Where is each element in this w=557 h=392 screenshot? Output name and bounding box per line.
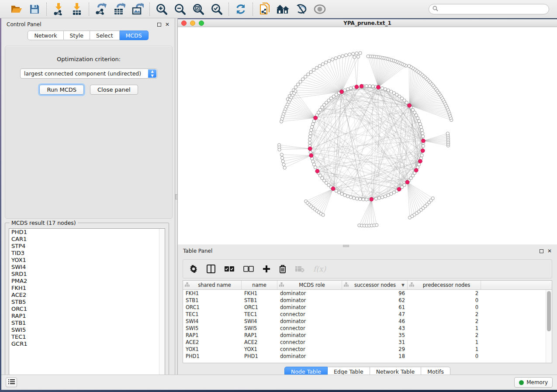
open-file-button[interactable]	[10, 3, 22, 15]
graph-node[interactable]	[338, 55, 341, 58]
graph-node[interactable]	[309, 71, 312, 74]
deselect-all-columns-icon[interactable]	[243, 266, 254, 272]
task-history-button[interactable]	[6, 378, 17, 387]
search-input[interactable]	[440, 6, 545, 12]
graph-node[interactable]	[343, 194, 346, 197]
graph-node[interactable]	[331, 58, 334, 61]
graph-hub-node[interactable]	[355, 85, 359, 89]
search-field[interactable]	[429, 4, 549, 14]
result-node-item[interactable]: YOX1	[9, 257, 165, 264]
run-mcds-button[interactable]: Run MCDS	[39, 85, 84, 95]
graph-node[interactable]	[381, 87, 384, 90]
graph-node[interactable]	[294, 86, 297, 89]
graph-node[interactable]	[419, 125, 422, 128]
close-panel-icon[interactable]: ✕	[547, 249, 552, 253]
graph-node[interactable]	[283, 166, 286, 169]
zoom-selected-button[interactable]	[211, 3, 223, 15]
graph-hub-node[interactable]	[419, 159, 422, 163]
graph-node[interactable]	[304, 75, 307, 78]
column-header-name[interactable]: name	[242, 281, 277, 289]
table-row[interactable]: ACE2ACE2connector311	[183, 339, 546, 346]
zoom-fit-button[interactable]	[192, 3, 204, 15]
column-header-MCDS-role[interactable]: MCDS role	[277, 281, 342, 289]
graph-node[interactable]	[308, 141, 311, 144]
table-row[interactable]: FKH1FKH1dominator962	[183, 290, 546, 297]
result-node-item[interactable]: STP4	[9, 243, 165, 250]
graph-node[interactable]	[346, 195, 349, 198]
graph-node[interactable]	[418, 120, 421, 123]
result-node-item[interactable]: RAP1	[9, 313, 165, 320]
graph-node[interactable]	[403, 183, 406, 186]
graph-node[interactable]	[322, 213, 325, 217]
result-node-item[interactable]: CAR1	[9, 236, 165, 243]
graph-hub-node[interactable]	[308, 147, 312, 151]
table-row[interactable]: SWI4SWI4dominator462	[183, 318, 546, 325]
table-row[interactable]: STB1STB1dominator620	[183, 297, 546, 304]
graph-node[interactable]	[352, 52, 355, 55]
table-row[interactable]: RAP1RAP1dominator352	[183, 332, 546, 339]
clone-network-button[interactable]	[259, 3, 271, 15]
graph-node[interactable]	[345, 54, 348, 57]
table-row[interactable]: PHD1PHD1dominator180	[183, 353, 546, 360]
graph-hub-node[interactable]	[397, 187, 401, 191]
mcds-result-list[interactable]: PHD1CAR1STP4TID3YOX1SWI4SRD1PMA2FKH1ACE2…	[9, 228, 165, 381]
memory-button[interactable]: Memory	[514, 377, 553, 388]
export-table-button[interactable]	[113, 3, 125, 15]
table-row[interactable]: ORC1ORC1dominator610	[183, 304, 546, 311]
graph-hub-node[interactable]	[331, 187, 335, 191]
graph-node[interactable]	[278, 148, 281, 151]
graph-node[interactable]	[349, 196, 352, 199]
graph-node[interactable]	[328, 59, 331, 62]
graph-node[interactable]	[311, 123, 315, 126]
graph-node[interactable]	[387, 89, 390, 92]
graph-node[interactable]	[377, 196, 381, 199]
graph-node[interactable]	[318, 65, 321, 68]
graph-node[interactable]	[359, 198, 362, 201]
graph-node[interactable]	[321, 62, 324, 65]
graph-hub-node[interactable]	[422, 139, 426, 143]
graph-hub-node[interactable]	[314, 116, 318, 120]
graph-node[interactable]	[371, 85, 374, 88]
graph-node[interactable]	[384, 88, 387, 91]
graph-node[interactable]	[431, 197, 434, 200]
graph-node[interactable]	[282, 163, 285, 166]
tab-style[interactable]: Style	[64, 31, 90, 40]
graph-node[interactable]	[280, 120, 283, 123]
graph-node[interactable]	[368, 85, 371, 88]
graph-node[interactable]	[355, 52, 358, 55]
column-header-successor-nodes[interactable]: successor nodes▼	[342, 281, 408, 289]
first-neighbors-button[interactable]	[277, 3, 289, 15]
graph-node[interactable]	[315, 66, 318, 69]
result-node-item[interactable]: STB5	[9, 299, 165, 306]
graph-node[interactable]	[308, 138, 311, 141]
table-row[interactable]: SWI5SWI5connector431	[183, 325, 546, 332]
graph-hub-node[interactable]	[315, 169, 319, 173]
graph-hub-node[interactable]	[370, 197, 374, 201]
zoom-out-button[interactable]	[174, 3, 186, 15]
delete-column-icon[interactable]	[279, 265, 286, 273]
graph-node[interactable]	[312, 69, 315, 72]
graph-node[interactable]	[375, 224, 378, 227]
graph-node[interactable]	[299, 80, 302, 83]
graph-node[interactable]	[421, 132, 424, 135]
graph-node[interactable]	[307, 73, 310, 76]
graph-node[interactable]	[365, 84, 368, 87]
result-node-item[interactable]: STB1	[9, 320, 165, 327]
export-network-button[interactable]	[95, 3, 107, 15]
import-network-button[interactable]	[52, 3, 65, 15]
table-row[interactable]: TEC1TEC1connector472	[183, 311, 546, 318]
graph-node[interactable]	[340, 193, 343, 196]
graph-hub-node[interactable]	[340, 90, 344, 94]
graph-node[interactable]	[353, 196, 356, 199]
graph-node[interactable]	[349, 87, 352, 90]
graph-node[interactable]	[356, 55, 360, 58]
graph-node[interactable]	[356, 197, 359, 200]
graph-node[interactable]	[381, 196, 384, 199]
graph-node[interactable]	[341, 55, 344, 58]
result-node-item[interactable]: PMA2	[9, 278, 165, 285]
graph-hub-node[interactable]	[408, 103, 412, 107]
graph-node[interactable]	[309, 151, 312, 154]
graph-node[interactable]	[420, 129, 423, 132]
close-panel-icon[interactable]: ✕	[165, 23, 170, 27]
result-node-item[interactable]: SWI4	[9, 264, 165, 271]
